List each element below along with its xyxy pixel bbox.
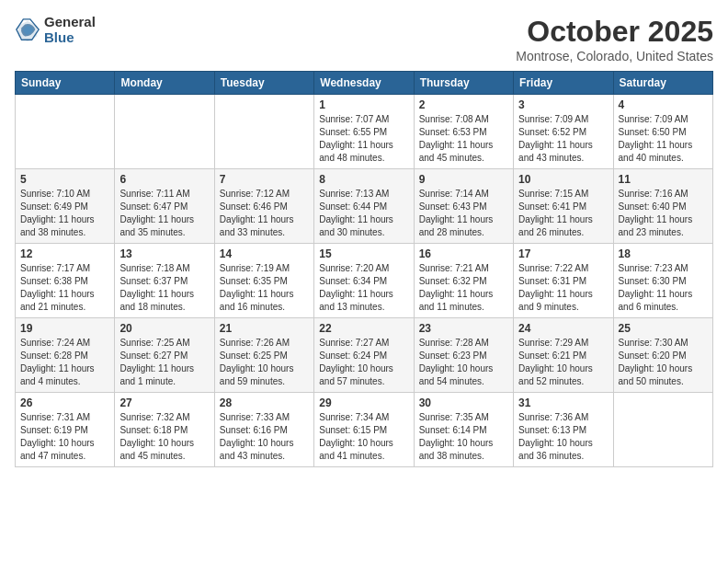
- calendar-cell: 25Sunrise: 7:30 AM Sunset: 6:20 PM Dayli…: [613, 318, 712, 393]
- logo-general-text: General: [44, 15, 96, 30]
- day-info: Sunrise: 7:22 AM Sunset: 6:31 PM Dayligh…: [518, 262, 608, 314]
- day-info: Sunrise: 7:13 AM Sunset: 6:44 PM Dayligh…: [319, 188, 408, 239]
- day-number: 9: [419, 173, 508, 186]
- day-info: Sunrise: 7:07 AM Sunset: 6:55 PM Dayligh…: [319, 113, 408, 165]
- logo-blue-text: Blue: [44, 30, 96, 46]
- day-info: Sunrise: 7:29 AM Sunset: 6:21 PM Dayligh…: [518, 337, 608, 388]
- day-number: 2: [419, 98, 508, 111]
- calendar-cell: [214, 95, 313, 169]
- day-info: Sunrise: 7:35 AM Sunset: 6:14 PM Dayligh…: [419, 411, 508, 463]
- calendar-cell: 1Sunrise: 7:07 AM Sunset: 6:55 PM Daylig…: [314, 95, 414, 169]
- day-number: 27: [119, 396, 209, 409]
- day-info: Sunrise: 7:21 AM Sunset: 6:32 PM Dayligh…: [419, 262, 508, 314]
- day-number: 26: [20, 396, 109, 409]
- day-number: 24: [518, 322, 608, 335]
- day-info: Sunrise: 7:25 AM Sunset: 6:27 PM Dayligh…: [119, 337, 209, 388]
- calendar-week-row: 5Sunrise: 7:10 AM Sunset: 6:49 PM Daylig…: [16, 169, 713, 244]
- day-number: 21: [220, 322, 309, 335]
- day-info: Sunrise: 7:14 AM Sunset: 6:43 PM Dayligh…: [419, 188, 508, 239]
- day-info: Sunrise: 7:33 AM Sunset: 6:16 PM Dayligh…: [220, 411, 309, 463]
- day-info: Sunrise: 7:34 AM Sunset: 6:15 PM Dayligh…: [319, 411, 408, 463]
- day-info: Sunrise: 7:27 AM Sunset: 6:24 PM Dayligh…: [319, 337, 408, 388]
- calendar-cell: [16, 95, 115, 169]
- day-number: 4: [619, 98, 708, 111]
- day-info: Sunrise: 7:24 AM Sunset: 6:28 PM Dayligh…: [20, 337, 109, 388]
- day-info: Sunrise: 7:12 AM Sunset: 6:46 PM Dayligh…: [220, 188, 309, 239]
- calendar-cell: 3Sunrise: 7:09 AM Sunset: 6:52 PM Daylig…: [514, 95, 613, 169]
- calendar-cell: 4Sunrise: 7:09 AM Sunset: 6:50 PM Daylig…: [613, 95, 712, 169]
- day-number: 31: [518, 396, 608, 409]
- logo: General Blue: [15, 15, 96, 45]
- day-number: 12: [20, 247, 109, 260]
- day-info: Sunrise: 7:10 AM Sunset: 6:49 PM Dayligh…: [20, 188, 109, 239]
- calendar-week-row: 26Sunrise: 7:31 AM Sunset: 6:19 PM Dayli…: [16, 393, 713, 467]
- calendar-cell: 8Sunrise: 7:13 AM Sunset: 6:44 PM Daylig…: [314, 169, 414, 244]
- day-number: 8: [319, 173, 408, 186]
- calendar-cell: 31Sunrise: 7:36 AM Sunset: 6:13 PM Dayli…: [514, 393, 613, 467]
- weekday-header: Tuesday: [214, 72, 313, 95]
- day-number: 5: [20, 173, 109, 186]
- calendar-cell: 13Sunrise: 7:18 AM Sunset: 6:37 PM Dayli…: [115, 244, 214, 318]
- title-block: October 2025 Montrose, Colorado, United …: [516, 15, 713, 63]
- day-number: 7: [220, 173, 309, 186]
- day-number: 15: [319, 247, 408, 260]
- calendar-week-row: 1Sunrise: 7:07 AM Sunset: 6:55 PM Daylig…: [16, 95, 713, 169]
- calendar-cell: 5Sunrise: 7:10 AM Sunset: 6:49 PM Daylig…: [16, 169, 115, 244]
- month-title: October 2025: [516, 15, 713, 49]
- calendar-cell: 14Sunrise: 7:19 AM Sunset: 6:35 PM Dayli…: [214, 244, 313, 318]
- page-header: General Blue October 2025 Montrose, Colo…: [15, 15, 713, 63]
- day-info: Sunrise: 7:31 AM Sunset: 6:19 PM Dayligh…: [20, 411, 109, 463]
- calendar-cell: 22Sunrise: 7:27 AM Sunset: 6:24 PM Dayli…: [314, 318, 414, 393]
- day-info: Sunrise: 7:11 AM Sunset: 6:47 PM Dayligh…: [119, 188, 209, 239]
- day-number: 28: [220, 396, 309, 409]
- calendar-week-row: 12Sunrise: 7:17 AM Sunset: 6:38 PM Dayli…: [16, 244, 713, 318]
- calendar-cell: 7Sunrise: 7:12 AM Sunset: 6:46 PM Daylig…: [214, 169, 313, 244]
- day-info: Sunrise: 7:30 AM Sunset: 6:20 PM Dayligh…: [619, 337, 708, 388]
- day-info: Sunrise: 7:08 AM Sunset: 6:53 PM Dayligh…: [419, 113, 508, 165]
- day-number: 13: [119, 247, 209, 260]
- day-info: Sunrise: 7:09 AM Sunset: 6:50 PM Dayligh…: [619, 113, 708, 165]
- day-number: 14: [220, 247, 309, 260]
- day-number: 30: [419, 396, 508, 409]
- calendar-cell: 19Sunrise: 7:24 AM Sunset: 6:28 PM Dayli…: [16, 318, 115, 393]
- day-number: 17: [518, 247, 608, 260]
- day-number: 10: [518, 173, 608, 186]
- day-info: Sunrise: 7:15 AM Sunset: 6:41 PM Dayligh…: [518, 188, 608, 239]
- calendar-cell: 17Sunrise: 7:22 AM Sunset: 6:31 PM Dayli…: [514, 244, 613, 318]
- weekday-header: Wednesday: [314, 72, 414, 95]
- weekday-header: Saturday: [613, 72, 712, 95]
- calendar-cell: [613, 393, 712, 467]
- calendar-cell: 28Sunrise: 7:33 AM Sunset: 6:16 PM Dayli…: [214, 393, 313, 467]
- calendar-cell: 23Sunrise: 7:28 AM Sunset: 6:23 PM Dayli…: [414, 318, 513, 393]
- calendar-cell: 10Sunrise: 7:15 AM Sunset: 6:41 PM Dayli…: [514, 169, 613, 244]
- location-text: Montrose, Colorado, United States: [516, 49, 713, 63]
- calendar-cell: 12Sunrise: 7:17 AM Sunset: 6:38 PM Dayli…: [16, 244, 115, 318]
- calendar-cell: 15Sunrise: 7:20 AM Sunset: 6:34 PM Dayli…: [314, 244, 414, 318]
- calendar-cell: 20Sunrise: 7:25 AM Sunset: 6:27 PM Dayli…: [115, 318, 214, 393]
- day-number: 19: [20, 322, 109, 335]
- calendar-cell: 16Sunrise: 7:21 AM Sunset: 6:32 PM Dayli…: [414, 244, 513, 318]
- calendar-cell: 27Sunrise: 7:32 AM Sunset: 6:18 PM Dayli…: [115, 393, 214, 467]
- calendar-cell: 21Sunrise: 7:26 AM Sunset: 6:25 PM Dayli…: [214, 318, 313, 393]
- day-number: 23: [419, 322, 508, 335]
- day-number: 1: [319, 98, 408, 111]
- calendar-cell: 11Sunrise: 7:16 AM Sunset: 6:40 PM Dayli…: [613, 169, 712, 244]
- day-number: 18: [619, 247, 708, 260]
- calendar-cell: [115, 95, 214, 169]
- day-info: Sunrise: 7:18 AM Sunset: 6:37 PM Dayligh…: [119, 262, 209, 314]
- calendar-cell: 18Sunrise: 7:23 AM Sunset: 6:30 PM Dayli…: [613, 244, 712, 318]
- day-info: Sunrise: 7:09 AM Sunset: 6:52 PM Dayligh…: [518, 113, 608, 165]
- calendar-cell: 6Sunrise: 7:11 AM Sunset: 6:47 PM Daylig…: [115, 169, 214, 244]
- day-info: Sunrise: 7:16 AM Sunset: 6:40 PM Dayligh…: [619, 188, 708, 239]
- calendar-header-row: SundayMondayTuesdayWednesdayThursdayFrid…: [16, 72, 713, 95]
- day-number: 3: [518, 98, 608, 111]
- day-info: Sunrise: 7:20 AM Sunset: 6:34 PM Dayligh…: [319, 262, 408, 314]
- calendar-cell: 24Sunrise: 7:29 AM Sunset: 6:21 PM Dayli…: [514, 318, 613, 393]
- calendar-cell: 29Sunrise: 7:34 AM Sunset: 6:15 PM Dayli…: [314, 393, 414, 467]
- weekday-header: Monday: [115, 72, 214, 95]
- day-number: 16: [419, 247, 508, 260]
- day-info: Sunrise: 7:26 AM Sunset: 6:25 PM Dayligh…: [220, 337, 309, 388]
- weekday-header: Friday: [514, 72, 613, 95]
- calendar-cell: 26Sunrise: 7:31 AM Sunset: 6:19 PM Dayli…: [16, 393, 115, 467]
- logo-text: General Blue: [44, 15, 96, 45]
